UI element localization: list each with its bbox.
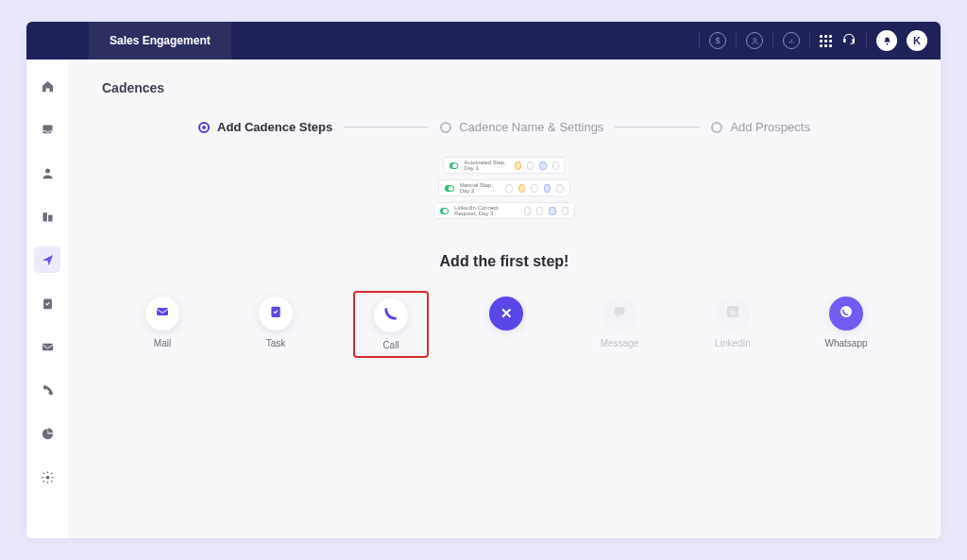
choice-message[interactable]: Message xyxy=(595,297,644,348)
mini-chip-icon xyxy=(518,184,526,193)
step-connector xyxy=(344,127,429,127)
svg-point-0 xyxy=(754,38,756,41)
app-logo[interactable] xyxy=(26,32,89,49)
separator xyxy=(809,32,810,49)
mini-chip-icon xyxy=(549,207,555,215)
choice-label xyxy=(505,338,508,348)
sidebar-item-inbox[interactable] xyxy=(34,116,60,143)
mini-chip-icon xyxy=(531,184,538,193)
add-first-step-heading: Add the first step! xyxy=(102,253,907,270)
sidebar-item-home[interactable] xyxy=(34,73,60,99)
cadence-preview-illustration: Automated Step, Day 1 Manual Step, Day 2 xyxy=(102,157,907,219)
preview-row-label: Manual Step, Day 2 xyxy=(460,182,500,194)
preview-row-label: LinkedIn Connect Request, Day 3 xyxy=(454,205,518,216)
radio-empty-icon xyxy=(711,122,722,133)
mini-chip-icon xyxy=(524,207,531,215)
preview-row: Manual Step, Day 2 xyxy=(438,179,570,196)
svg-text:in: in xyxy=(730,308,737,316)
topbar-actions: $ K xyxy=(699,22,941,59)
close-chooser-button[interactable]: ✕ xyxy=(482,297,531,348)
mini-chip-icon xyxy=(539,161,546,170)
toggle-icon xyxy=(445,185,454,192)
notifications-button[interactable] xyxy=(876,30,897,51)
step-type-chooser: Mail Task xyxy=(102,291,907,358)
user-icon[interactable] xyxy=(746,32,763,49)
wizard-stepper: Add Cadence Steps Cadence Name & Setting… xyxy=(102,120,907,134)
separator xyxy=(772,32,773,49)
radio-empty-icon xyxy=(440,122,451,133)
svg-rect-5 xyxy=(42,212,46,221)
whatsapp-icon xyxy=(839,304,854,323)
sidebar-item-mail[interactable] xyxy=(34,333,60,360)
separator xyxy=(699,32,700,49)
close-icon: ✕ xyxy=(500,305,513,322)
linkedin-icon: in xyxy=(725,304,740,323)
svg-rect-12 xyxy=(615,307,625,314)
mini-chip-icon xyxy=(515,161,521,170)
mini-chip-icon xyxy=(556,184,564,193)
step-label: Cadence Name & Settings xyxy=(459,120,603,134)
step-label: Add Prospects xyxy=(730,120,810,134)
choice-task[interactable]: Task xyxy=(251,297,300,348)
module-name[interactable]: Sales Engagement xyxy=(89,22,231,59)
topbar: Sales Engagement $ K xyxy=(26,22,941,59)
choice-label: Task xyxy=(266,338,286,348)
choice-mail[interactable]: Mail xyxy=(138,297,187,348)
main-content: Cadences Add Cadence Steps Cadence Name … xyxy=(68,59,941,538)
message-icon xyxy=(612,304,627,323)
task-icon xyxy=(268,304,283,323)
toggle-icon xyxy=(450,162,458,169)
mini-chip-icon xyxy=(527,161,534,170)
step-connector xyxy=(615,127,700,127)
choice-label: Mail xyxy=(154,338,171,348)
choice-call[interactable]: Call xyxy=(366,298,416,350)
separator xyxy=(736,32,737,49)
svg-point-15 xyxy=(840,306,852,317)
highlighted-choice-frame: Call xyxy=(353,291,429,358)
mini-chip-icon xyxy=(562,207,568,215)
mini-chip-icon xyxy=(536,207,543,215)
sidebar-item-settings[interactable] xyxy=(34,464,60,490)
chart-icon[interactable] xyxy=(783,32,800,49)
avatar-button[interactable]: K xyxy=(907,30,927,51)
wizard-step-name-settings[interactable]: Cadence Name & Settings xyxy=(440,120,603,134)
mini-chip-icon xyxy=(505,184,513,193)
svg-rect-6 xyxy=(48,214,52,221)
sidebar xyxy=(26,59,68,538)
sidebar-item-contacts[interactable] xyxy=(34,160,60,186)
apps-grid-icon[interactable] xyxy=(820,35,832,47)
radio-active-icon xyxy=(198,122,210,133)
choice-label: Whatsapp xyxy=(824,338,867,348)
headset-icon[interactable] xyxy=(841,31,857,50)
mail-icon xyxy=(155,304,170,323)
mini-chip-icon xyxy=(552,161,559,170)
phone-icon xyxy=(383,306,399,325)
step-label: Add Cadence Steps xyxy=(217,120,332,134)
sidebar-item-companies[interactable] xyxy=(34,203,60,229)
mini-chip-icon xyxy=(544,184,551,193)
sidebar-item-calls[interactable] xyxy=(34,377,60,403)
svg-point-4 xyxy=(45,168,50,173)
sidebar-item-reports[interactable] xyxy=(34,420,60,447)
currency-icon[interactable]: $ xyxy=(709,32,726,49)
choice-linkedin[interactable]: in LinkedIn xyxy=(708,297,757,348)
choice-label: LinkedIn xyxy=(715,338,751,348)
svg-point-9 xyxy=(45,475,49,479)
sidebar-item-cadences[interactable] xyxy=(34,246,60,273)
choice-whatsapp[interactable]: Whatsapp xyxy=(822,297,871,348)
choice-label: Call xyxy=(382,340,399,350)
svg-rect-1 xyxy=(843,39,846,42)
preview-row-label: Automated Step, Day 1 xyxy=(464,160,508,171)
svg-point-3 xyxy=(886,42,888,44)
svg-rect-10 xyxy=(157,308,168,315)
wizard-step-add-steps[interactable]: Add Cadence Steps xyxy=(198,120,332,134)
wizard-step-add-prospects[interactable]: Add Prospects xyxy=(711,120,810,134)
page-title: Cadences xyxy=(102,80,907,95)
choice-label: Message xyxy=(601,338,639,348)
svg-rect-8 xyxy=(42,343,52,350)
separator xyxy=(866,32,867,49)
sidebar-item-tasks[interactable] xyxy=(34,290,60,316)
toggle-icon xyxy=(440,208,449,214)
preview-row: LinkedIn Connect Request, Day 3 xyxy=(433,202,575,219)
svg-rect-2 xyxy=(852,39,855,42)
